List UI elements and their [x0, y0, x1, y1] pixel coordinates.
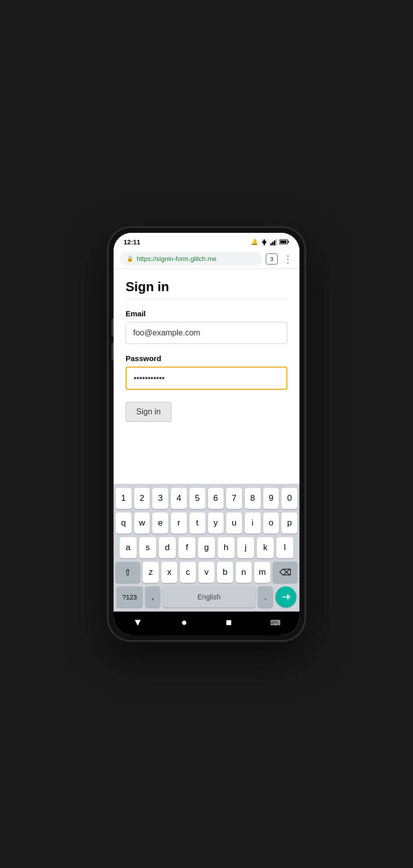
- page-content: Sign in Email Password Sign in: [114, 269, 299, 484]
- key-v[interactable]: v: [198, 562, 215, 583]
- key-9[interactable]: 9: [263, 488, 279, 509]
- url-domain: signin-form.glitch.me: [156, 255, 217, 263]
- key-c[interactable]: c: [180, 562, 196, 583]
- email-label: Email: [126, 309, 287, 318]
- sign-in-button[interactable]: Sign in: [126, 402, 171, 422]
- phone-screen: 12:11 🔔: [114, 233, 299, 635]
- password-input[interactable]: [126, 367, 287, 390]
- shift-key[interactable]: ⇧: [116, 562, 140, 583]
- nav-bar: ▼ ● ■ ⌨: [114, 612, 299, 635]
- key-3[interactable]: 3: [152, 488, 168, 509]
- key-0[interactable]: 0: [281, 488, 297, 509]
- keyboard-zxcv-row: ⇧ z x c v b n m ⌫: [116, 562, 297, 583]
- svg-point-3: [264, 244, 265, 245]
- more-options-button[interactable]: ⋮: [282, 254, 293, 264]
- key-b[interactable]: b: [217, 562, 233, 583]
- svg-rect-4: [270, 243, 272, 245]
- status-icons: 🔔: [251, 238, 289, 245]
- svg-rect-9: [280, 241, 287, 243]
- key-2[interactable]: 2: [134, 488, 150, 509]
- battery-icon: [279, 239, 289, 245]
- period-key[interactable]: .: [258, 586, 273, 607]
- page-title: Sign in: [126, 279, 287, 295]
- key-a[interactable]: a: [120, 537, 137, 558]
- key-g[interactable]: g: [198, 537, 215, 558]
- password-label: Password: [126, 354, 287, 363]
- signal-icon: [270, 238, 277, 245]
- key-i[interactable]: i: [245, 512, 261, 534]
- tab-count-button[interactable]: 3: [266, 253, 278, 265]
- svg-rect-10: [288, 241, 289, 242]
- delete-key[interactable]: ⌫: [273, 562, 297, 583]
- key-1[interactable]: 1: [116, 488, 132, 509]
- recents-nav-icon[interactable]: ■: [226, 617, 232, 628]
- key-u[interactable]: u: [226, 512, 242, 534]
- key-o[interactable]: o: [263, 512, 279, 534]
- status-time: 12:11: [124, 238, 140, 246]
- key-e[interactable]: e: [152, 512, 168, 534]
- browser-bar: 🔒 https://signin-form.glitch.me 3 ⋮: [114, 249, 299, 269]
- lock-icon: 🔒: [127, 255, 134, 262]
- keyboard-number-row: 1 2 3 4 5 6 7 8 9 0: [116, 488, 297, 509]
- status-bar: 12:11 🔔: [114, 233, 299, 249]
- key-7[interactable]: 7: [226, 488, 242, 509]
- key-t[interactable]: t: [189, 512, 205, 534]
- svg-rect-5: [272, 242, 274, 245]
- url-protocol: https://: [137, 255, 156, 263]
- enter-key[interactable]: [275, 586, 296, 607]
- key-8[interactable]: 8: [245, 488, 261, 509]
- key-d[interactable]: d: [159, 537, 176, 558]
- language-key[interactable]: English: [163, 586, 255, 607]
- key-s[interactable]: s: [139, 537, 156, 558]
- key-6[interactable]: 6: [208, 488, 224, 509]
- back-nav-icon[interactable]: ▼: [133, 617, 143, 628]
- key-4[interactable]: 4: [171, 488, 187, 509]
- key-j[interactable]: j: [237, 537, 254, 558]
- key-q[interactable]: q: [116, 512, 132, 534]
- key-n[interactable]: n: [236, 562, 252, 583]
- comma-key[interactable]: ,: [145, 586, 160, 607]
- key-h[interactable]: h: [218, 537, 235, 558]
- phone-frame: 12:11 🔔: [109, 228, 304, 640]
- volume-up-button[interactable]: [112, 318, 114, 336]
- symbols-key[interactable]: ?123: [117, 586, 143, 607]
- key-y[interactable]: y: [208, 512, 224, 534]
- keyboard-bottom-row: ?123 , English .: [116, 586, 297, 607]
- key-r[interactable]: r: [171, 512, 187, 534]
- notification-icon: 🔔: [251, 238, 258, 245]
- home-nav-icon[interactable]: ●: [181, 617, 187, 628]
- svg-rect-7: [276, 239, 277, 245]
- key-k[interactable]: k: [257, 537, 274, 558]
- volume-down-button[interactable]: [112, 342, 114, 361]
- key-w[interactable]: w: [134, 512, 150, 534]
- keyboard-asdf-row: a s d f g h j k l: [116, 537, 297, 558]
- key-f[interactable]: f: [178, 537, 195, 558]
- key-5[interactable]: 5: [189, 488, 205, 509]
- keyboard: 1 2 3 4 5 6 7 8 9 0 q w e r t y u i: [114, 484, 299, 612]
- key-p[interactable]: p: [281, 512, 297, 534]
- keyboard-qwerty-row: q w e r t y u i o p: [116, 512, 297, 534]
- key-m[interactable]: m: [254, 562, 270, 583]
- key-x[interactable]: x: [161, 562, 177, 583]
- url-bar[interactable]: 🔒 https://signin-form.glitch.me: [120, 252, 262, 266]
- wifi-icon: [260, 238, 268, 245]
- key-z[interactable]: z: [143, 562, 159, 583]
- key-l[interactable]: l: [276, 537, 293, 558]
- email-input[interactable]: [126, 322, 287, 344]
- url-text: https://signin-form.glitch.me: [137, 255, 217, 263]
- svg-rect-6: [274, 240, 275, 245]
- keyboard-nav-icon[interactable]: ⌨: [270, 619, 280, 627]
- title-divider: [126, 299, 287, 299]
